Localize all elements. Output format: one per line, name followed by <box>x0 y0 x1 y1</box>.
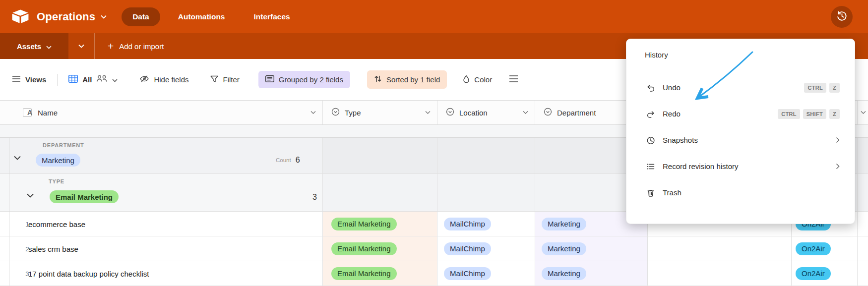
group-label: Grouped by 2 fields <box>279 75 343 84</box>
snapshots-clock-icon <box>646 136 655 145</box>
app-pill: On2Air <box>796 267 831 280</box>
column-chevron-icon[interactable] <box>861 111 866 114</box>
type-cell[interactable]: Email Marketing <box>323 212 437 236</box>
partial-cell[interactable] <box>858 261 868 286</box>
kbd-z: Z <box>829 83 840 93</box>
partial-column-header[interactable] <box>858 101 868 124</box>
single-select-icon <box>331 108 340 118</box>
history-menu: History Undo CTRL Z Redo CTRL S <box>626 39 855 224</box>
menu-item-trash[interactable]: Trash <box>626 179 855 206</box>
name-cell[interactable]: 3 17 point data backup policy checklist <box>0 261 323 286</box>
grid-view-icon <box>68 75 78 85</box>
location-cell[interactable]: MailChimp <box>437 212 535 236</box>
tab-data[interactable]: Data <box>122 7 160 26</box>
name-cell[interactable]: 2 sales crm base <box>0 236 323 261</box>
count-value: 6 <box>296 156 300 165</box>
kbd-ctrl: CTRL <box>778 109 800 119</box>
empty-cell[interactable] <box>648 261 792 286</box>
name-header-chevron-icon[interactable] <box>310 111 316 114</box>
collapse-subgroup-chevron-icon[interactable] <box>27 193 34 198</box>
table-tab-chevron-down-icon <box>46 42 52 51</box>
view-switcher[interactable]: All <box>68 75 118 85</box>
type-cell[interactable]: Email Marketing <box>323 236 437 261</box>
table-row: 2 sales crm base Email Marketing MailChi… <box>0 236 868 261</box>
group-icon <box>265 75 274 84</box>
location-cell[interactable]: MailChimp <box>437 236 535 261</box>
menu-item-record-revision-history[interactable]: Record revision history <box>626 153 855 179</box>
airtable-logo-icon <box>11 9 30 24</box>
menu-label: Snapshots <box>663 136 698 144</box>
type-cell[interactable]: Email Marketing <box>323 261 437 286</box>
group-value-pill: Marketing <box>36 154 80 167</box>
group-type-cell: TYPE Email Marketing 3 <box>0 174 323 211</box>
department-cell[interactable]: Marketing <box>535 261 648 286</box>
menu-label: Undo <box>663 83 681 92</box>
history-menu-items: Undo CTRL Z Redo CTRL SHIFT Z <box>626 74 855 206</box>
department-header-label: Department <box>557 109 596 117</box>
menu-item-redo[interactable]: Redo CTRL SHIFT Z <box>626 101 855 127</box>
type-header-chevron-icon[interactable] <box>425 111 431 114</box>
single-select-icon <box>446 108 454 118</box>
location-header-chevron-icon[interactable] <box>523 111 528 114</box>
sort-label: Sorted by 1 field <box>386 75 440 84</box>
app-cell[interactable]: On2Air <box>792 261 858 286</box>
partial-cell[interactable] <box>858 236 868 261</box>
revision-list-icon <box>646 162 655 171</box>
tab-automations[interactable]: Automations <box>167 7 236 26</box>
menu-item-undo[interactable]: Undo CTRL Z <box>626 74 855 101</box>
history-menu-title: History <box>645 51 855 59</box>
hide-fields-button[interactable]: Hide fields <box>139 75 188 84</box>
tab-interfaces[interactable]: Interfaces <box>243 7 301 26</box>
add-or-import-button[interactable]: + Add or import <box>108 33 164 59</box>
location-cell[interactable]: MailChimp <box>437 261 535 286</box>
airtable-app: Operations Data Automations Interfaces A… <box>0 0 868 286</box>
view-name: All <box>82 75 92 84</box>
kbd-shift: SHIFT <box>803 109 826 119</box>
color-button[interactable]: Color <box>463 75 492 85</box>
filter-label: Filter <box>223 75 239 84</box>
base-title[interactable]: Operations <box>37 10 95 23</box>
toolbar-divider <box>57 74 58 86</box>
app-cell[interactable]: On2Air <box>792 236 858 261</box>
row-height-button[interactable] <box>509 75 518 84</box>
department-pill: Marketing <box>542 242 586 255</box>
table-row: 3 17 point data backup policy checklist … <box>0 261 868 286</box>
department-cell[interactable]: Marketing <box>535 236 648 261</box>
table-tab-assets[interactable]: Assets <box>0 33 68 59</box>
submenu-chevron-right-icon <box>836 163 840 170</box>
base-chevron-down-icon[interactable] <box>101 15 107 19</box>
app-pill: On2Air <box>796 242 831 255</box>
empty-cell[interactable] <box>648 236 792 261</box>
group-empty-cell <box>323 174 437 211</box>
color-label: Color <box>474 75 492 84</box>
group-empty-cell <box>323 138 437 173</box>
group-empty-cell <box>858 138 868 173</box>
name-column-header[interactable]: A Name <box>0 101 323 124</box>
group-empty-cell <box>437 174 535 211</box>
name-cell[interactable]: 1 ecommerce base <box>0 212 323 236</box>
record-name: sales crm base <box>28 244 78 253</box>
views-sidebar-button[interactable]: Views <box>12 75 46 84</box>
sort-arrows-icon <box>374 75 382 84</box>
location-column-header[interactable]: Location <box>437 101 535 124</box>
group-button[interactable]: Grouped by 2 fields <box>258 71 350 88</box>
filter-funnel-icon <box>210 75 218 84</box>
location-pill: MailChimp <box>444 242 491 255</box>
type-pill: Email Marketing <box>331 242 397 255</box>
type-header-label: Type <box>345 109 361 117</box>
group-department-cell: DEPARTMENT Marketing Count 6 <box>0 138 323 173</box>
filter-button[interactable]: Filter <box>210 75 239 84</box>
type-column-header[interactable]: Type <box>323 101 437 124</box>
sort-button[interactable]: Sorted by 1 field <box>367 70 447 89</box>
count-label: Count <box>276 157 291 163</box>
record-name: ecommerce base <box>28 220 85 228</box>
partial-cell[interactable] <box>858 212 868 236</box>
location-header-label: Location <box>459 109 488 117</box>
history-button[interactable] <box>831 6 853 28</box>
collapse-group-chevron-icon[interactable] <box>14 156 21 160</box>
menu-item-snapshots[interactable]: Snapshots <box>626 127 855 153</box>
submenu-chevron-right-icon <box>836 137 840 143</box>
tables-list-chevron-button[interactable] <box>68 33 95 59</box>
chevron-down-icon <box>112 75 118 84</box>
hamburger-icon <box>12 75 21 84</box>
